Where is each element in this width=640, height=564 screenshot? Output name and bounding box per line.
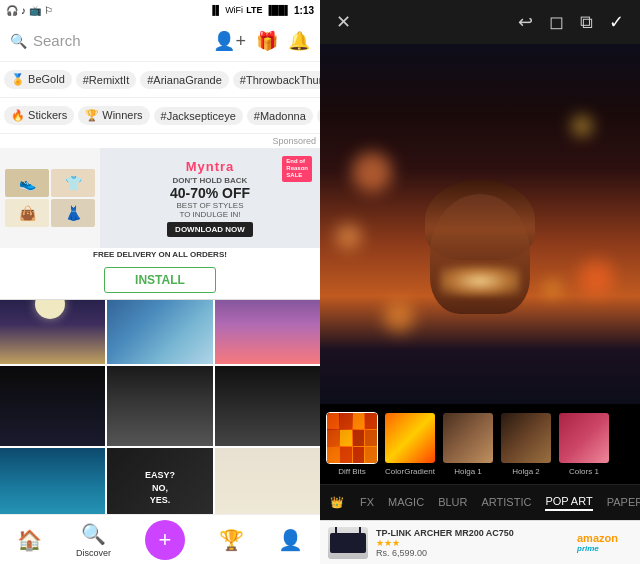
status-icons-right: ▐▌ WiFi LTE ▐██▌ 1:13 xyxy=(209,5,314,16)
filter-colorgradient[interactable]: ColorGradient xyxy=(384,412,436,476)
free-delivery-text: FREE DELIVERY ON ALL ORDERS! xyxy=(0,248,320,261)
nav-add[interactable]: + xyxy=(145,520,185,560)
nav-trophy[interactable]: 🏆 xyxy=(219,528,244,552)
filter-inner-holga2 xyxy=(501,413,551,463)
editor-image-area xyxy=(320,44,640,404)
wifi-icon: WiFi xyxy=(225,5,243,15)
add-button[interactable]: + xyxy=(145,520,185,560)
myntra-logo: Myntra xyxy=(186,159,235,174)
nav-discover[interactable]: 🔍 Discover xyxy=(76,522,111,558)
filter-label-diffbits: Diff Bits xyxy=(338,467,365,476)
tab-blur[interactable]: BLUR xyxy=(438,496,467,510)
search-placeholder: Search xyxy=(33,32,81,49)
bokeh-4 xyxy=(572,116,592,136)
right-panel: ✕ ↩ ◻ ⧉ ✓ xyxy=(320,0,640,564)
filter-colors1[interactable]: Colors 1 xyxy=(558,412,610,476)
ad-offer: 40-70% OFF xyxy=(170,185,250,201)
bokeh-3 xyxy=(579,260,614,295)
router-image xyxy=(328,527,368,559)
plus-icon: + xyxy=(159,529,172,551)
tab-fx[interactable]: FX xyxy=(360,496,374,510)
battery-icon: ▐██▌ xyxy=(265,5,291,15)
grid-image-man[interactable] xyxy=(0,366,105,446)
filters-strip: Diff Bits ColorGradient Holga 1 Holga 2 … xyxy=(320,404,640,484)
download-btn[interactable]: DOWNLOAD NOW xyxy=(167,222,253,237)
close-button[interactable]: ✕ xyxy=(336,11,351,33)
tab-paper[interactable]: PAPER xyxy=(607,496,640,510)
headphone-icon: 🎧 xyxy=(6,5,18,16)
filter-inner-colors1 xyxy=(559,413,609,463)
undo-button[interactable]: ↩ xyxy=(518,11,533,33)
myntra-copy: End ofReasonSALE Myntra DON'T HOLD BACK … xyxy=(100,148,320,248)
add-person-icon[interactable]: 👤+ xyxy=(213,30,246,52)
bottom-ad[interactable]: TP-LINK ARCHER MR200 AC750 ★★★ Rs. 6,599… xyxy=(320,520,640,564)
ad-headline: DON'T HOLD BACK xyxy=(173,176,248,185)
photo-lights xyxy=(440,266,520,296)
ad-subtext1: BEST OF STYLES xyxy=(177,201,244,210)
tag-madonna[interactable]: #Madonna xyxy=(247,107,313,125)
tags-row-2: 🔥 Stickers 🏆 Winners #Jacksepticeye #Mad… xyxy=(0,98,320,134)
grid-image-woman-white[interactable] xyxy=(215,448,320,514)
product-thumb-3: 👜 xyxy=(5,199,49,227)
tab-artistic[interactable]: ARTISTIC xyxy=(481,496,531,510)
tag-winners[interactable]: 🏆 Winners xyxy=(78,106,149,125)
tag-throwback[interactable]: #ThrowbackThursday xyxy=(233,71,320,89)
effects-tabs: 👑 FX MAGIC BLUR ARTISTIC POP ART PAPER xyxy=(320,484,640,520)
filter-thumb-colorgradient[interactable] xyxy=(384,412,436,464)
tab-popart[interactable]: POP ART xyxy=(545,495,592,511)
filter-thumb-holga2[interactable] xyxy=(500,412,552,464)
product-thumb-2: 👕 xyxy=(51,169,95,197)
filter-diffbits[interactable]: Diff Bits xyxy=(326,412,378,476)
eraser-button[interactable]: ◻ xyxy=(549,11,564,33)
filter-inner-holga1 xyxy=(443,413,493,463)
grid-image-underwater[interactable] xyxy=(0,448,105,514)
filter-thumb-diffbits[interactable] xyxy=(326,412,378,464)
filter-thumb-holga1[interactable] xyxy=(442,412,494,464)
product-thumb-4: 👗 xyxy=(51,199,95,227)
crown-icon: 👑 xyxy=(330,496,344,509)
search-input-area[interactable]: 🔍 Search xyxy=(10,32,205,49)
text-art-content: EASY? NO, YES. xyxy=(145,469,175,507)
filter-holga1[interactable]: Holga 1 xyxy=(442,412,494,476)
myntra-thumbnails: 👟 👕 👜 👗 xyxy=(0,148,100,248)
tab-magic[interactable]: MAGIC xyxy=(388,496,424,510)
router-body xyxy=(330,533,366,553)
gift-icon[interactable]: 🎁 xyxy=(256,30,278,52)
status-icons-left: 🎧 ♪ 📺 ⚐ xyxy=(6,5,53,16)
filter-label-colorgradient: ColorGradient xyxy=(385,467,435,476)
copy-button[interactable]: ⧉ xyxy=(580,12,593,33)
grid-image-woman-bw[interactable] xyxy=(107,366,212,446)
search-actions: 👤+ 🎁 🔔 xyxy=(213,30,310,52)
amazon-logo: amazon xyxy=(577,532,618,544)
search-icon: 🔍 xyxy=(10,33,27,49)
myntra-ad[interactable]: 👟 👕 👜 👗 End ofR xyxy=(0,148,320,248)
tag-begold[interactable]: 🏅 BeGold xyxy=(4,70,72,89)
bokeh-1 xyxy=(352,152,392,192)
nav-home[interactable]: 🏠 xyxy=(17,528,42,552)
notification-icon[interactable]: 🔔 xyxy=(288,30,310,52)
bokeh-2 xyxy=(336,224,361,249)
tag-ariana[interactable]: #ArianaGrande xyxy=(140,71,229,89)
tag-jacksepticeye[interactable]: #Jacksepticeye xyxy=(154,107,243,125)
sponsored-label: Sponsored xyxy=(0,134,320,148)
install-btn-wrap: INSTALL xyxy=(0,261,320,299)
filter-label-colors1: Colors 1 xyxy=(569,467,599,476)
signal-icon: ▐▌ xyxy=(209,5,222,15)
filter-label-holga1: Holga 1 xyxy=(454,467,482,476)
router-antenna-left xyxy=(335,527,337,533)
bokeh-5 xyxy=(384,302,414,332)
search-bar[interactable]: 🔍 Search 👤+ 🎁 🔔 xyxy=(0,20,320,62)
install-button[interactable]: INSTALL xyxy=(104,267,216,293)
nav-profile[interactable]: 👤 xyxy=(278,528,303,552)
grid-image-couple[interactable] xyxy=(215,366,320,446)
tag-remixit[interactable]: #RemixtIt xyxy=(76,71,136,89)
bottom-nav: 🏠 🔍 Discover + 🏆 👤 xyxy=(0,514,320,564)
filter-holga2[interactable]: Holga 2 xyxy=(500,412,552,476)
grid-image-text-art[interactable]: EASY? NO, YES. xyxy=(107,448,212,514)
toolbar-right-icons: ↩ ◻ ⧉ ✓ xyxy=(518,11,624,33)
filter-thumb-colors1[interactable] xyxy=(558,412,610,464)
photo-background xyxy=(320,44,640,404)
amazon-logo-area: amazon prime xyxy=(577,532,632,553)
confirm-button[interactable]: ✓ xyxy=(609,11,624,33)
tag-stickers[interactable]: 🔥 Stickers xyxy=(4,106,74,125)
